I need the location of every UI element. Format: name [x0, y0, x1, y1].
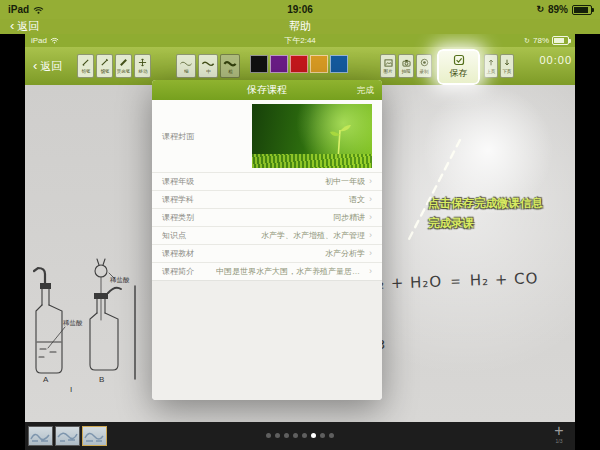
page-dot[interactable]: [293, 433, 298, 438]
tool-move[interactable]: 移动: [134, 54, 151, 78]
inner-battery-icon: [552, 36, 569, 45]
tool-insert-image[interactable]: 图片: [380, 54, 396, 78]
dialog-done-button[interactable]: 完成: [357, 80, 374, 100]
chevron-right-icon: ›: [365, 249, 372, 258]
reagent-label-a: 稀盐酸: [63, 319, 83, 327]
move-icon: [138, 58, 147, 67]
tool-highlighter[interactable]: 荧光笔: [115, 54, 132, 78]
chevron-right-icon: ›: [365, 231, 372, 240]
form-row-intro[interactable]: 课程简介 中国是世界水产大国，水产养殖产量居于世界第一位，水产…… ›: [152, 262, 382, 280]
tool-camera[interactable]: 拍照: [398, 54, 414, 78]
page-indicator: 1/3: [547, 438, 571, 444]
color-swatch-purple[interactable]: [270, 55, 288, 73]
save-label: 保存: [450, 67, 468, 80]
page-thumbnail[interactable]: [55, 426, 80, 446]
medium-wave-icon: [201, 59, 215, 67]
battery-icon: [572, 5, 592, 15]
outer-clock: 19:06: [0, 4, 600, 15]
page-thumbnail-selected[interactable]: [82, 426, 107, 446]
tool-prev-page[interactable]: 上页: [484, 54, 498, 78]
chevron-right-icon: ›: [365, 213, 372, 222]
group-numeral-label: I: [70, 385, 72, 394]
thumbnail-sketch: [56, 427, 79, 445]
color-swatch-orange[interactable]: [310, 55, 328, 73]
form-row-grade[interactable]: 课程年级 初中一年级 ›: [152, 172, 382, 190]
chemistry-diagram: 稀盐酸 稀盐酸 A B I: [33, 245, 163, 395]
chevron-right-icon: ›: [365, 177, 372, 186]
dialog-footer-area: [152, 280, 382, 400]
form-row-category[interactable]: 课程类别 同步精讲 ›: [152, 208, 382, 226]
checkbox-check-icon: [453, 54, 465, 66]
form-row-cover[interactable]: 课程封面: [152, 100, 382, 172]
outer-nav-bar: ‹ 返回 帮助: [0, 19, 600, 34]
thumbnail-sketch: [29, 427, 52, 445]
plus-icon: +: [547, 424, 571, 438]
page-title: 帮助: [0, 19, 600, 34]
thumbnail-sketch: [83, 427, 106, 445]
inner-back-label: 返回: [40, 59, 62, 74]
page-dot[interactable]: [266, 433, 271, 438]
record-icon: [420, 58, 429, 67]
tool-next-page[interactable]: 下页: [500, 54, 514, 78]
annotation-line1: 点击保存完成微课信息: [428, 193, 543, 213]
form-row-textbook[interactable]: 课程教材 水产分析学 ›: [152, 244, 382, 262]
tool-record[interactable]: 录制: [416, 54, 432, 78]
stroke-thin-button[interactable]: 细: [176, 54, 196, 78]
stroke-thick-button[interactable]: 粗: [220, 54, 240, 78]
thin-wave-icon: [179, 59, 193, 67]
image-icon: [384, 59, 393, 67]
stroke-medium-button[interactable]: 中: [198, 54, 218, 78]
arrow-up-icon: [487, 58, 495, 67]
page-dot[interactable]: [275, 433, 280, 438]
color-swatch-black[interactable]: [250, 55, 268, 73]
dialog-header: 保存课程 完成: [152, 80, 382, 100]
seedling-graphic: [252, 104, 372, 168]
inner-back-chevron-icon: ‹: [33, 59, 37, 72]
outer-status-bar: iPad 19:06 ↻ 89%: [0, 0, 600, 19]
recording-timer: 00:00: [539, 54, 572, 66]
handwritten-equation: ₂ + H₂O ＝ H₂ + CO: [378, 269, 539, 294]
camera-icon: [402, 59, 411, 67]
thick-wave-icon: [223, 59, 237, 67]
color-swatch-red[interactable]: [290, 55, 308, 73]
course-cover-image[interactable]: [252, 104, 372, 168]
form-row-knowledge-points[interactable]: 知识点 水产学、水产增殖、水产管理 ›: [152, 226, 382, 244]
page-dot[interactable]: [329, 433, 334, 438]
save-course-dialog: 保存课程 完成 课程封面 课程年级 初中一年级 › 课程学科 语文 › 课程类别: [152, 80, 382, 400]
chevron-right-icon: ›: [365, 267, 372, 276]
inner-back-button[interactable]: ‹ 返回: [33, 59, 62, 74]
page-bottom-bar: + 1/3: [25, 422, 575, 450]
arrow-down-icon: [503, 58, 511, 67]
color-swatch-blue[interactable]: [330, 55, 348, 73]
bottle-b-label: B: [99, 375, 104, 384]
page-dots: [266, 433, 334, 438]
page-thumbnail[interactable]: [28, 426, 53, 446]
page-dot[interactable]: [302, 433, 307, 438]
tool-pen[interactable]: 钢笔: [96, 54, 113, 78]
tutorial-annotation: 点击保存完成微课信息 完成录课: [428, 193, 543, 233]
chevron-right-icon: ›: [365, 195, 372, 204]
help-screenshot: iPad 下午2:44 ↻ 78% ‹ 返回 铅笔 钢笔 荧光笔: [25, 34, 575, 450]
inner-status-bar: iPad 下午2:44 ↻ 78%: [25, 34, 575, 47]
pencil-icon: [81, 58, 90, 67]
dialog-title: 保存课程: [152, 80, 382, 100]
inner-clock: 下午2:44: [25, 35, 575, 46]
save-button[interactable]: 保存: [437, 49, 480, 85]
pen-icon: [100, 58, 109, 67]
page-dot[interactable]: [320, 433, 325, 438]
page-thumbnails: [28, 426, 107, 446]
tool-pencil[interactable]: 铅笔: [77, 54, 94, 78]
page-dot[interactable]: [311, 433, 316, 438]
highlighter-icon: [119, 58, 128, 67]
reagent-label-b: 稀盐酸: [110, 276, 130, 284]
add-page-button[interactable]: + 1/3: [547, 424, 571, 444]
page-dot[interactable]: [284, 433, 289, 438]
bottle-a-label: A: [43, 375, 49, 384]
annotation-line2: 完成录课: [428, 213, 543, 233]
form-row-subject[interactable]: 课程学科 语文 ›: [152, 190, 382, 208]
